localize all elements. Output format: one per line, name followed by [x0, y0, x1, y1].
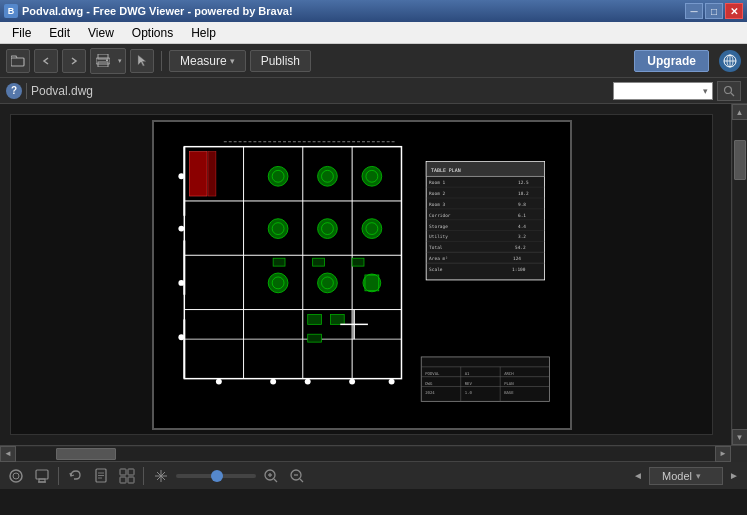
svg-text:124: 124 [513, 256, 521, 261]
svg-point-42 [362, 274, 380, 292]
menu-bar: File Edit View Options Help [0, 22, 747, 44]
svg-text:A1: A1 [464, 370, 469, 375]
svg-point-107 [13, 473, 19, 479]
layers-button[interactable] [6, 466, 26, 486]
forward-button[interactable] [62, 49, 86, 73]
scroll-track[interactable] [733, 120, 747, 429]
svg-text:Utility: Utility [429, 234, 448, 239]
upgrade-label: Upgrade [647, 54, 696, 68]
svg-rect-115 [120, 469, 126, 475]
zoom-slider-container[interactable] [150, 465, 308, 487]
upgrade-button[interactable]: Upgrade [634, 50, 709, 72]
back-button[interactable] [34, 49, 58, 73]
svg-rect-45 [312, 258, 324, 266]
tab-next-button[interactable]: ► [727, 467, 741, 485]
svg-text:54.2: 54.2 [515, 245, 526, 250]
scroll-down-button[interactable]: ▼ [732, 429, 748, 445]
model-tab-label: Model [662, 470, 692, 482]
svg-text:Room 1: Room 1 [429, 180, 445, 185]
thumbnail-button[interactable] [117, 466, 137, 486]
svg-rect-91 [421, 356, 549, 400]
svg-point-30 [362, 166, 382, 186]
restore-button[interactable]: □ [705, 3, 723, 19]
model-tab-dropdown[interactable]: ▾ [696, 471, 710, 481]
title-bar-left: B Podval.dwg - Free DWG Viewer - powered… [4, 4, 293, 18]
svg-point-26 [268, 166, 288, 186]
cursor-tool-button[interactable] [130, 49, 154, 73]
svg-text:Total: Total [429, 245, 443, 250]
svg-text:Scale: Scale [429, 267, 443, 272]
svg-point-54 [178, 279, 184, 285]
open-folder-button[interactable] [6, 49, 30, 73]
horizontal-scrollbar[interactable]: ◄ ► [0, 445, 747, 461]
svg-text:1.0: 1.0 [464, 390, 472, 395]
svg-text:DWG: DWG [425, 380, 433, 385]
window-title: Podval.dwg - Free DWG Viewer - powered b… [22, 5, 293, 17]
window-controls: ─ □ ✕ [685, 3, 743, 19]
svg-text:PODVAL: PODVAL [425, 370, 440, 375]
svg-point-55 [178, 334, 184, 340]
vertical-scrollbar[interactable]: ▲ ▼ [731, 104, 747, 445]
svg-text:12.5: 12.5 [517, 180, 528, 185]
help-badge[interactable]: ? [6, 83, 22, 99]
measure-label: Measure [180, 54, 227, 68]
svg-rect-48 [330, 314, 344, 324]
svg-text:1:100: 1:100 [512, 267, 526, 272]
minimize-button[interactable]: ─ [685, 3, 703, 19]
svg-point-60 [388, 378, 394, 384]
scroll-left-button[interactable]: ◄ [0, 446, 16, 462]
svg-rect-118 [128, 477, 134, 483]
menu-edit[interactable]: Edit [41, 24, 78, 42]
measure-button[interactable]: Measure ▾ [169, 50, 246, 72]
undo-button[interactable] [65, 466, 85, 486]
svg-text:ARCH: ARCH [504, 370, 514, 375]
close-button[interactable]: ✕ [725, 3, 743, 19]
svg-rect-108 [36, 470, 48, 479]
menu-view[interactable]: View [80, 24, 122, 42]
svg-rect-49 [307, 334, 321, 342]
content-area: TABLE PLAN Room 1 12.5 Room 2 18.2 Room … [0, 104, 731, 445]
svg-point-106 [10, 470, 22, 482]
svg-point-40 [317, 273, 337, 293]
h-scroll-thumb[interactable] [56, 448, 116, 460]
model-tab-area: ◄ Model ▾ ► [631, 467, 741, 485]
svg-text:Area m²: Area m² [429, 256, 448, 261]
current-filename: Podval.dwg [31, 84, 93, 98]
pan-tool-button[interactable] [150, 465, 172, 487]
print-button[interactable] [91, 49, 115, 73]
publish-label: Publish [261, 54, 300, 68]
menu-help[interactable]: Help [183, 24, 224, 42]
zoom-in-button[interactable] [260, 465, 282, 487]
scroll-up-button[interactable]: ▲ [732, 104, 748, 120]
status-bar: ◄ Model ▾ ► [0, 461, 747, 489]
address-separator [26, 83, 27, 99]
file-dropdown[interactable]: ▾ [613, 82, 713, 100]
zoom-slider[interactable] [176, 474, 256, 478]
measure-chevron: ▾ [230, 56, 235, 66]
menu-file[interactable]: File [4, 24, 39, 42]
model-tab[interactable]: Model ▾ [649, 467, 723, 485]
svg-text:TABLE PLAN: TABLE PLAN [431, 167, 461, 173]
main-area: TABLE PLAN Room 1 12.5 Room 2 18.2 Room … [0, 104, 747, 445]
svg-point-57 [270, 378, 276, 384]
markup-button[interactable] [32, 466, 52, 486]
toolbar: ▾ Measure ▾ Publish Upgrade [0, 44, 747, 78]
h-scroll-track[interactable] [16, 447, 715, 461]
svg-rect-46 [352, 258, 364, 266]
svg-rect-117 [120, 477, 126, 483]
zoom-thumb[interactable] [211, 470, 223, 482]
zoom-out-button[interactable] [286, 465, 308, 487]
scroll-thumb[interactable] [734, 140, 746, 180]
status-separator-2 [143, 467, 144, 485]
svg-line-10 [731, 93, 734, 96]
pages-button[interactable] [91, 466, 111, 486]
svg-point-53 [178, 225, 184, 231]
tab-prev-button[interactable]: ◄ [631, 467, 645, 485]
scroll-right-button[interactable]: ► [715, 446, 731, 462]
cad-drawing[interactable]: TABLE PLAN Room 1 12.5 Room 2 18.2 Room … [152, 120, 572, 430]
print-dropdown[interactable]: ▾ [115, 49, 125, 73]
search-button[interactable] [717, 81, 741, 101]
globe-icon[interactable] [719, 50, 741, 72]
menu-options[interactable]: Options [124, 24, 181, 42]
publish-button[interactable]: Publish [250, 50, 311, 72]
